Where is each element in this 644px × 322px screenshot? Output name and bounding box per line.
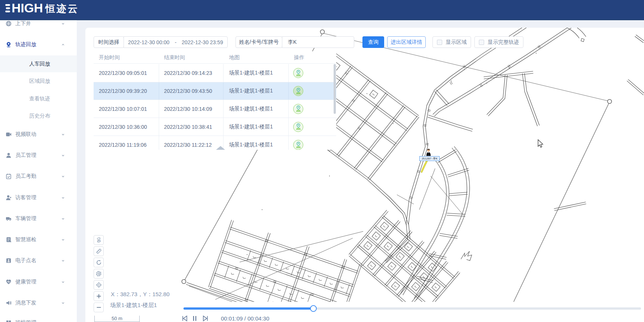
svg-text:恒迹云: 恒迹云 bbox=[45, 3, 79, 14]
svg-text:HIGH: HIGH bbox=[12, 3, 43, 15]
svg-text:3D: 3D bbox=[97, 239, 100, 242]
